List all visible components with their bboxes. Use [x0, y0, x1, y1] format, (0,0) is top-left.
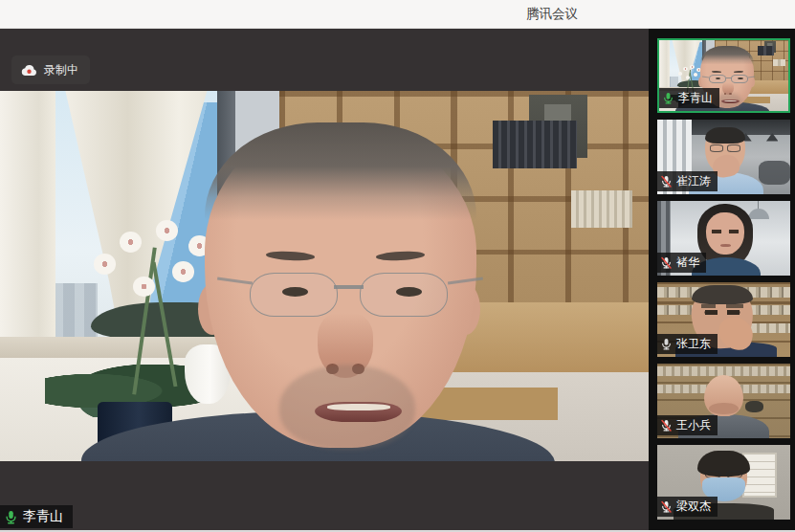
orchid-flower [172, 261, 194, 282]
main-video[interactable] [0, 91, 649, 461]
dome-lamp [748, 209, 769, 219]
participant-name-tag: 张卫东 [657, 334, 718, 354]
glasses-lens [709, 75, 726, 83]
curtain-panel [0, 91, 55, 365]
glasses-lens [710, 144, 723, 152]
participant-name: 张卫东 [676, 336, 711, 352]
person-mouth [721, 100, 739, 103]
participant-name: 王小兵 [676, 417, 711, 433]
person-mouth [720, 244, 731, 247]
orchid-flower [120, 232, 142, 253]
video-scene-study-room [0, 91, 649, 461]
books [773, 59, 785, 66]
curtain-panel [659, 40, 670, 93]
participants-sidebar[interactable]: 李青山 崔江涛 [649, 29, 795, 530]
participant-name: 梁双杰 [676, 499, 711, 515]
main-video-stage[interactable]: 录制中 李青山 [0, 29, 649, 530]
glasses-lens [250, 273, 338, 317]
person-eyes [711, 230, 740, 234]
participant-name-tag: 李青山 [659, 88, 719, 108]
orchid-flower [133, 277, 155, 298]
person-hair [705, 127, 745, 144]
recording-cloud-icon [21, 64, 37, 77]
person-eyes [702, 310, 742, 315]
person-face [706, 212, 744, 255]
recording-label: 录制中 [44, 62, 78, 78]
participant-name-tag: 王小兵 [657, 415, 718, 435]
books [758, 46, 775, 55]
mic-idle-icon [660, 338, 673, 350]
orchid-flower [683, 67, 688, 71]
mic-muted-icon [660, 256, 673, 269]
orchid-flower [690, 65, 695, 69]
mic-on-icon [662, 92, 674, 104]
participant-name: 李青山 [678, 90, 713, 106]
person-hair [692, 285, 753, 304]
participant-tile-cuijiangtao[interactable]: 崔江涛 [657, 120, 790, 194]
participant-name: 褚华 [676, 255, 699, 271]
glasses-bridge [726, 78, 732, 78]
participant-name-tag: 褚华 [657, 253, 706, 273]
glasses-bridge [334, 285, 364, 289]
glasses-lens [727, 144, 740, 152]
person-mouth [315, 402, 403, 422]
books [493, 121, 577, 168]
participant-name-tag: 崔江涛 [657, 171, 718, 191]
participant-tile-liangshuangjie[interactable]: 梁双杰 [657, 445, 790, 520]
meeting-content: 录制中 李青山 [0, 29, 795, 530]
participant-tile-zhangweidong[interactable]: 张卫东 [657, 282, 790, 357]
mic-muted-icon [660, 419, 673, 432]
person-face-shadow [709, 403, 739, 414]
person-eyebrows [701, 304, 743, 308]
main-video-name: 李青山 [23, 508, 63, 525]
participant-name: 崔江涛 [676, 173, 711, 189]
books [571, 190, 632, 228]
glasses-lens [360, 273, 448, 317]
mic-muted-icon [660, 175, 673, 188]
orchid-flower [156, 220, 178, 241]
participant-tile-liqingshan[interactable]: 李青山 [657, 38, 790, 113]
participant-tile-chuhua[interactable]: 褚华 [657, 201, 790, 276]
orchid-flower [678, 72, 683, 76]
main-video-name-tag: 李青山 [0, 505, 73, 528]
recording-badge[interactable]: 录制中 [11, 55, 90, 84]
window-title: 腾讯会议 [526, 0, 578, 28]
participant-tile-wangxiaobing[interactable]: 王小兵 [657, 364, 790, 438]
tencent-meeting-window: 腾讯会议 [0, 0, 795, 532]
shelf-object [745, 401, 763, 412]
books [750, 323, 790, 333]
participant-name-tag: 梁双杰 [657, 497, 718, 517]
lamp-cord [758, 201, 759, 209]
person-hair [700, 46, 755, 70]
mic-muted-icon [660, 500, 673, 513]
mic-on-icon [4, 510, 18, 524]
glasses-lens [731, 75, 748, 83]
titlebar[interactable]: 腾讯会议 [0, 0, 795, 29]
desk-equipment [759, 161, 790, 185]
